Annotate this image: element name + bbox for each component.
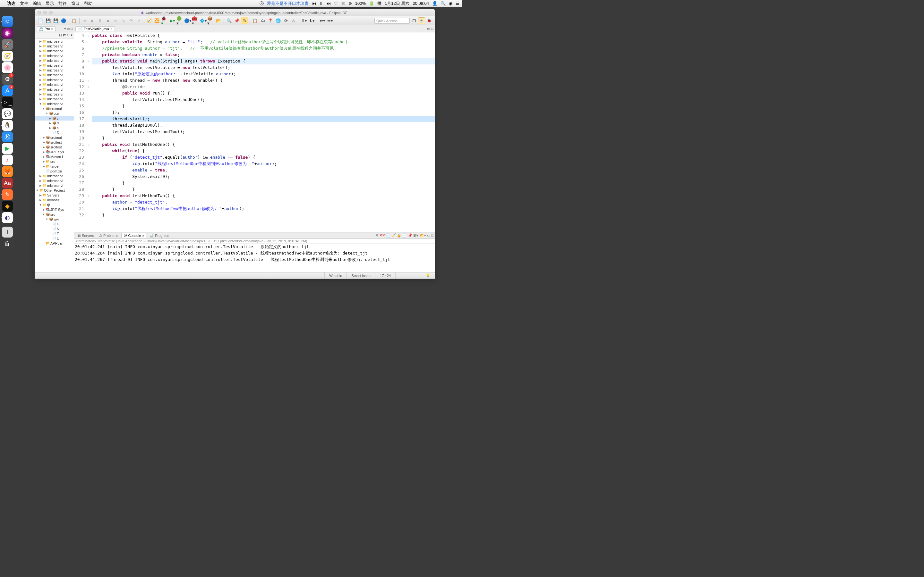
pause-icon[interactable]: ⏸ xyxy=(319,1,323,6)
tree-node[interactable]: ▶📂Servers xyxy=(35,193,74,197)
safari-icon[interactable]: 🧭 xyxy=(2,51,13,61)
remove-all-icon[interactable]: ✖✖ xyxy=(379,234,385,237)
save-all-button[interactable]: 💾 xyxy=(52,17,59,24)
battery-icon[interactable]: 🔋 xyxy=(369,1,374,6)
siri-dock-icon[interactable]: ◉ xyxy=(2,27,13,39)
java-perspective-button[interactable]: ☕ xyxy=(418,17,425,24)
new-button[interactable]: 📄 xyxy=(37,17,44,24)
time-label[interactable]: 20:09:04 xyxy=(413,1,429,6)
siri-icon[interactable]: ◉ xyxy=(449,1,452,6)
console-max-icon[interactable]: □ xyxy=(431,234,433,237)
tree-node[interactable]: ▶📦src/test xyxy=(35,140,74,145)
clear-console-icon[interactable]: 🧹 xyxy=(391,234,396,237)
tree-node[interactable]: ▶📁microservi xyxy=(35,58,74,63)
tencent-video-icon[interactable]: ▶ xyxy=(2,143,13,154)
tree-node[interactable]: ▶📁microservi xyxy=(35,97,74,101)
eclipse-icon[interactable]: ◐ xyxy=(2,212,13,223)
search-button[interactable]: 🔍 xyxy=(226,17,233,24)
toggle-breadcrumb-button[interactable]: 📋 xyxy=(252,17,258,24)
servers-tab[interactable]: 🖥 Servers xyxy=(75,234,96,238)
open-console-icon[interactable]: 📂▾ xyxy=(420,234,426,237)
run-button[interactable]: ▶▾ xyxy=(169,17,176,24)
tree-node[interactable]: ▶📁microservi xyxy=(35,48,74,53)
tree-node[interactable]: ▼📦src/mai xyxy=(35,106,74,111)
tree-node[interactable]: ▶📚Maven I xyxy=(35,154,74,159)
minimize-editor-icon[interactable]: ▭ xyxy=(427,27,430,31)
toggle-whitespace-button[interactable]: 🗂 xyxy=(259,17,266,24)
window-minimize-icon[interactable] xyxy=(43,11,47,15)
debug-button[interactable]: 🐞▾ xyxy=(161,17,168,24)
editor-tab[interactable]: 📄 TestVolatile.java × xyxy=(75,26,115,31)
ext-tools-button[interactable]: 🧰▾ xyxy=(192,17,199,24)
toggle-task-button[interactable]: 📌 xyxy=(233,17,240,24)
tree-node[interactable]: 📄D xyxy=(35,130,74,135)
tree-node[interactable]: ▶📦src/test xyxy=(35,145,74,149)
terminate-button[interactable]: ■ xyxy=(104,17,111,24)
close-icon[interactable]: × xyxy=(110,27,112,31)
tree-node[interactable]: ▶📂src xyxy=(35,159,74,164)
toggle-wrap-button[interactable]: ⟳ xyxy=(282,17,289,24)
app-menu[interactable]: 访达 xyxy=(7,1,15,6)
tree-node[interactable]: 📄N xyxy=(35,226,74,231)
music-icon[interactable]: ♪ xyxy=(2,155,13,165)
wechat-icon[interactable]: 💬 xyxy=(2,108,13,119)
coverage-button[interactable]: 🟢▾ xyxy=(176,17,184,24)
tip-icon[interactable]: 💡 xyxy=(421,272,435,279)
minimize-view-icon[interactable]: ▭ xyxy=(67,27,70,31)
step-over-button[interactable]: ↷ xyxy=(128,17,134,24)
tree-node[interactable]: ▶📁microservi xyxy=(35,183,74,188)
tree-node[interactable]: ▶📁microservi xyxy=(35,92,74,97)
tree-node[interactable]: ▶📁microservi xyxy=(35,39,74,44)
web-browser-button[interactable]: 🌐 xyxy=(275,17,282,24)
close-icon[interactable]: × xyxy=(142,234,144,237)
dictionary-icon[interactable]: Aa xyxy=(2,177,13,189)
tree-node[interactable]: ▼📂Other Project xyxy=(35,188,74,193)
toggle-mark-button[interactable]: ✎ xyxy=(241,17,248,24)
open-perspective-button[interactable]: 🗔 xyxy=(410,17,417,24)
console-output[interactable]: 20:01:42.241 [main] INFO com.xinyan.spri… xyxy=(74,243,435,272)
tree-node[interactable]: 📄T xyxy=(35,231,74,236)
notification-icon[interactable]: ☰ xyxy=(456,1,459,6)
tree-node[interactable]: ▶📁microservi xyxy=(35,63,74,68)
resume-button[interactable]: ▶ xyxy=(89,17,96,24)
disconnect-button[interactable]: ⎋ xyxy=(112,17,119,24)
tree-node[interactable]: ▶📁microservi xyxy=(35,77,74,82)
view-menu-icon[interactable]: ▾ xyxy=(64,27,66,31)
tree-node[interactable]: 📂APPLE xyxy=(35,241,74,245)
prev-track-icon[interactable]: ⏮ xyxy=(312,1,316,6)
maven-button[interactable]: ♨ xyxy=(290,17,297,24)
next-annotation-button[interactable]: ⬇▾ xyxy=(309,17,315,24)
project-tree[interactable]: ▶📁microservi▶📁microservi▶📁microservi▶📁mi… xyxy=(35,39,74,272)
tree-node[interactable]: ▶📦src/mai xyxy=(35,135,74,140)
forward-button[interactable]: ➡▾ xyxy=(326,17,334,24)
user-icon[interactable]: 👤 xyxy=(432,1,437,6)
spotlight-icon[interactable]: 🔍 xyxy=(441,1,446,6)
open-type-button[interactable]: 📂 xyxy=(215,17,222,24)
window-close-icon[interactable] xyxy=(37,11,41,15)
launchpad-icon[interactable]: 🚀 xyxy=(2,39,13,50)
save-button[interactable]: 💾 xyxy=(45,17,52,24)
downloads-icon[interactable]: ⬇ xyxy=(2,227,13,237)
menu-view[interactable]: 显示 xyxy=(45,1,54,6)
step-filters-button[interactable]: 🔀 xyxy=(153,17,160,24)
tree-node[interactable]: ▶📁microservi xyxy=(35,68,74,73)
back-button[interactable]: ⬅▾ xyxy=(319,17,326,24)
finder-icon[interactable]: ☺ xyxy=(2,16,13,27)
tree-node[interactable]: ▼📦ww xyxy=(35,217,74,221)
new-java-button[interactable]: 💠▾ xyxy=(200,17,207,24)
code-editor[interactable]: 4567891011121314151617181920212223242526… xyxy=(74,32,435,232)
quick-access-input[interactable]: Quick Access xyxy=(375,18,410,24)
word-wrap-icon[interactable]: 📄 xyxy=(402,234,407,237)
drop-to-frame-button[interactable]: 🧭 xyxy=(145,17,153,24)
heart-icon[interactable]: ♡ xyxy=(334,1,338,6)
tree-node[interactable]: ▶📁microservi xyxy=(35,73,74,77)
bluetooth-icon[interactable]: ⌘ xyxy=(341,1,345,6)
terminate-console-button[interactable]: 📄 xyxy=(386,234,391,237)
input-icon[interactable]: 拼 xyxy=(377,1,381,6)
photos-icon[interactable]: 🌸 xyxy=(2,62,13,73)
skip-breakpoints-button[interactable]: ⤼ xyxy=(81,17,88,24)
tree-node[interactable]: 📄pom.xn xyxy=(35,169,74,173)
tree-node[interactable]: ▶📂target xyxy=(35,164,74,169)
start-server-button[interactable]: 📋 xyxy=(71,17,78,24)
tree-node[interactable]: ▼📦src xyxy=(35,212,74,217)
